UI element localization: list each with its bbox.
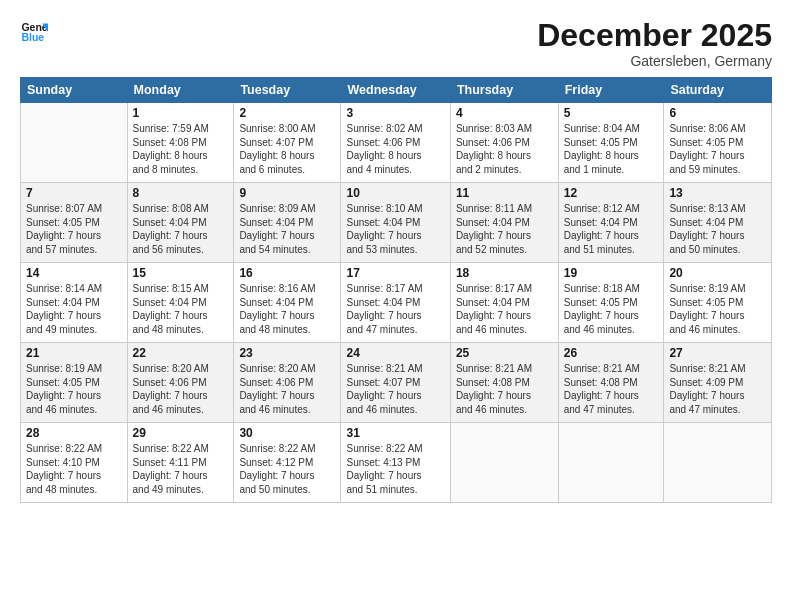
calendar-table: Sunday Monday Tuesday Wednesday Thursday…: [20, 77, 772, 503]
title-block: December 2025 Gatersleben, Germany: [537, 18, 772, 69]
day-info: Sunrise: 8:12 AMSunset: 4:04 PMDaylight:…: [564, 202, 659, 256]
table-row: [21, 103, 128, 183]
col-wednesday: Wednesday: [341, 78, 450, 103]
day-info: Sunrise: 8:20 AMSunset: 4:06 PMDaylight:…: [133, 362, 229, 416]
day-number: 30: [239, 426, 335, 440]
table-row: 2Sunrise: 8:00 AMSunset: 4:07 PMDaylight…: [234, 103, 341, 183]
day-number: 29: [133, 426, 229, 440]
day-number: 26: [564, 346, 659, 360]
day-number: 10: [346, 186, 444, 200]
day-number: 20: [669, 266, 766, 280]
table-row: 20Sunrise: 8:19 AMSunset: 4:05 PMDayligh…: [664, 263, 772, 343]
day-number: 17: [346, 266, 444, 280]
header: General Blue December 2025 Gatersleben, …: [20, 18, 772, 69]
day-number: 27: [669, 346, 766, 360]
day-info: Sunrise: 8:21 AMSunset: 4:07 PMDaylight:…: [346, 362, 444, 416]
svg-text:Blue: Blue: [21, 31, 44, 43]
table-row: 13Sunrise: 8:13 AMSunset: 4:04 PMDayligh…: [664, 183, 772, 263]
table-row: 7Sunrise: 8:07 AMSunset: 4:05 PMDaylight…: [21, 183, 128, 263]
day-info: Sunrise: 8:19 AMSunset: 4:05 PMDaylight:…: [26, 362, 122, 416]
table-row: 31Sunrise: 8:22 AMSunset: 4:13 PMDayligh…: [341, 423, 450, 503]
day-info: Sunrise: 8:13 AMSunset: 4:04 PMDaylight:…: [669, 202, 766, 256]
col-saturday: Saturday: [664, 78, 772, 103]
day-number: 7: [26, 186, 122, 200]
day-number: 15: [133, 266, 229, 280]
day-info: Sunrise: 8:11 AMSunset: 4:04 PMDaylight:…: [456, 202, 553, 256]
calendar-week-row: 7Sunrise: 8:07 AMSunset: 4:05 PMDaylight…: [21, 183, 772, 263]
day-number: 31: [346, 426, 444, 440]
table-row: 26Sunrise: 8:21 AMSunset: 4:08 PMDayligh…: [558, 343, 664, 423]
day-info: Sunrise: 8:19 AMSunset: 4:05 PMDaylight:…: [669, 282, 766, 336]
table-row: [664, 423, 772, 503]
day-number: 19: [564, 266, 659, 280]
table-row: 18Sunrise: 8:17 AMSunset: 4:04 PMDayligh…: [450, 263, 558, 343]
table-row: 6Sunrise: 8:06 AMSunset: 4:05 PMDaylight…: [664, 103, 772, 183]
day-info: Sunrise: 8:00 AMSunset: 4:07 PMDaylight:…: [239, 122, 335, 176]
day-info: Sunrise: 8:04 AMSunset: 4:05 PMDaylight:…: [564, 122, 659, 176]
day-info: Sunrise: 8:06 AMSunset: 4:05 PMDaylight:…: [669, 122, 766, 176]
day-number: 11: [456, 186, 553, 200]
day-number: 6: [669, 106, 766, 120]
day-number: 18: [456, 266, 553, 280]
table-row: 3Sunrise: 8:02 AMSunset: 4:06 PMDaylight…: [341, 103, 450, 183]
day-number: 28: [26, 426, 122, 440]
day-number: 8: [133, 186, 229, 200]
table-row: 17Sunrise: 8:17 AMSunset: 4:04 PMDayligh…: [341, 263, 450, 343]
day-info: Sunrise: 8:22 AMSunset: 4:11 PMDaylight:…: [133, 442, 229, 496]
calendar-week-row: 14Sunrise: 8:14 AMSunset: 4:04 PMDayligh…: [21, 263, 772, 343]
day-info: Sunrise: 8:07 AMSunset: 4:05 PMDaylight:…: [26, 202, 122, 256]
day-info: Sunrise: 8:22 AMSunset: 4:12 PMDaylight:…: [239, 442, 335, 496]
day-info: Sunrise: 8:21 AMSunset: 4:08 PMDaylight:…: [564, 362, 659, 416]
day-number: 9: [239, 186, 335, 200]
table-row: 14Sunrise: 8:14 AMSunset: 4:04 PMDayligh…: [21, 263, 128, 343]
day-info: Sunrise: 8:15 AMSunset: 4:04 PMDaylight:…: [133, 282, 229, 336]
day-number: 21: [26, 346, 122, 360]
calendar-week-row: 21Sunrise: 8:19 AMSunset: 4:05 PMDayligh…: [21, 343, 772, 423]
logo: General Blue: [20, 18, 48, 46]
page: General Blue December 2025 Gatersleben, …: [0, 0, 792, 612]
table-row: 10Sunrise: 8:10 AMSunset: 4:04 PMDayligh…: [341, 183, 450, 263]
day-number: 23: [239, 346, 335, 360]
logo-icon: General Blue: [20, 18, 48, 46]
table-row: 19Sunrise: 8:18 AMSunset: 4:05 PMDayligh…: [558, 263, 664, 343]
day-number: 16: [239, 266, 335, 280]
table-row: 27Sunrise: 8:21 AMSunset: 4:09 PMDayligh…: [664, 343, 772, 423]
month-title: December 2025: [537, 18, 772, 53]
day-number: 1: [133, 106, 229, 120]
table-row: 22Sunrise: 8:20 AMSunset: 4:06 PMDayligh…: [127, 343, 234, 423]
table-row: 1Sunrise: 7:59 AMSunset: 4:08 PMDaylight…: [127, 103, 234, 183]
col-friday: Friday: [558, 78, 664, 103]
col-thursday: Thursday: [450, 78, 558, 103]
day-info: Sunrise: 8:03 AMSunset: 4:06 PMDaylight:…: [456, 122, 553, 176]
day-number: 2: [239, 106, 335, 120]
day-info: Sunrise: 8:16 AMSunset: 4:04 PMDaylight:…: [239, 282, 335, 336]
day-number: 12: [564, 186, 659, 200]
table-row: 29Sunrise: 8:22 AMSunset: 4:11 PMDayligh…: [127, 423, 234, 503]
col-tuesday: Tuesday: [234, 78, 341, 103]
table-row: 24Sunrise: 8:21 AMSunset: 4:07 PMDayligh…: [341, 343, 450, 423]
day-number: 14: [26, 266, 122, 280]
table-row: 28Sunrise: 8:22 AMSunset: 4:10 PMDayligh…: [21, 423, 128, 503]
calendar-header-row: Sunday Monday Tuesday Wednesday Thursday…: [21, 78, 772, 103]
calendar-week-row: 28Sunrise: 8:22 AMSunset: 4:10 PMDayligh…: [21, 423, 772, 503]
table-row: 21Sunrise: 8:19 AMSunset: 4:05 PMDayligh…: [21, 343, 128, 423]
day-info: Sunrise: 8:21 AMSunset: 4:09 PMDaylight:…: [669, 362, 766, 416]
day-info: Sunrise: 8:20 AMSunset: 4:06 PMDaylight:…: [239, 362, 335, 416]
day-info: Sunrise: 8:08 AMSunset: 4:04 PMDaylight:…: [133, 202, 229, 256]
table-row: 25Sunrise: 8:21 AMSunset: 4:08 PMDayligh…: [450, 343, 558, 423]
day-number: 25: [456, 346, 553, 360]
day-info: Sunrise: 8:22 AMSunset: 4:13 PMDaylight:…: [346, 442, 444, 496]
table-row: 5Sunrise: 8:04 AMSunset: 4:05 PMDaylight…: [558, 103, 664, 183]
col-sunday: Sunday: [21, 78, 128, 103]
day-info: Sunrise: 7:59 AMSunset: 4:08 PMDaylight:…: [133, 122, 229, 176]
day-number: 3: [346, 106, 444, 120]
day-info: Sunrise: 8:22 AMSunset: 4:10 PMDaylight:…: [26, 442, 122, 496]
table-row: 11Sunrise: 8:11 AMSunset: 4:04 PMDayligh…: [450, 183, 558, 263]
table-row: 8Sunrise: 8:08 AMSunset: 4:04 PMDaylight…: [127, 183, 234, 263]
table-row: 30Sunrise: 8:22 AMSunset: 4:12 PMDayligh…: [234, 423, 341, 503]
day-info: Sunrise: 8:21 AMSunset: 4:08 PMDaylight:…: [456, 362, 553, 416]
calendar-week-row: 1Sunrise: 7:59 AMSunset: 4:08 PMDaylight…: [21, 103, 772, 183]
day-info: Sunrise: 8:09 AMSunset: 4:04 PMDaylight:…: [239, 202, 335, 256]
day-info: Sunrise: 8:02 AMSunset: 4:06 PMDaylight:…: [346, 122, 444, 176]
subtitle: Gatersleben, Germany: [537, 53, 772, 69]
